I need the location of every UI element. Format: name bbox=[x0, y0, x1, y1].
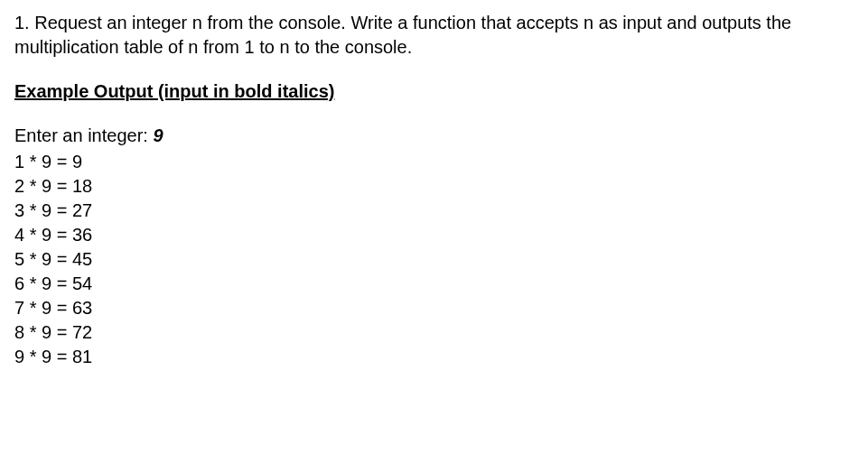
output-block: 1 * 9 = 9 2 * 9 = 18 3 * 9 = 27 4 * 9 = … bbox=[14, 150, 854, 369]
question-text: Request an integer n from the console. W… bbox=[14, 13, 791, 57]
example-heading: Example Output (input in bold italics) bbox=[14, 79, 854, 104]
prompt-input: 9 bbox=[153, 125, 163, 145]
output-line: 1 * 9 = 9 bbox=[14, 150, 854, 174]
output-line: 6 * 9 = 54 bbox=[14, 272, 854, 296]
prompt-label: Enter an integer: bbox=[14, 125, 153, 145]
output-line: 7 * 9 = 63 bbox=[14, 296, 854, 320]
question-number: 1. bbox=[14, 13, 30, 32]
question-block: 1. Request an integer n from the console… bbox=[14, 11, 854, 60]
output-line: 2 * 9 = 18 bbox=[14, 174, 854, 199]
output-line: 8 * 9 = 72 bbox=[14, 320, 854, 345]
output-line: 3 * 9 = 27 bbox=[14, 199, 854, 223]
output-line: 9 * 9 = 81 bbox=[14, 345, 854, 369]
output-line: 4 * 9 = 36 bbox=[14, 223, 854, 247]
output-line: 5 * 9 = 45 bbox=[14, 247, 854, 272]
prompt-line: Enter an integer: 9 bbox=[14, 124, 854, 148]
